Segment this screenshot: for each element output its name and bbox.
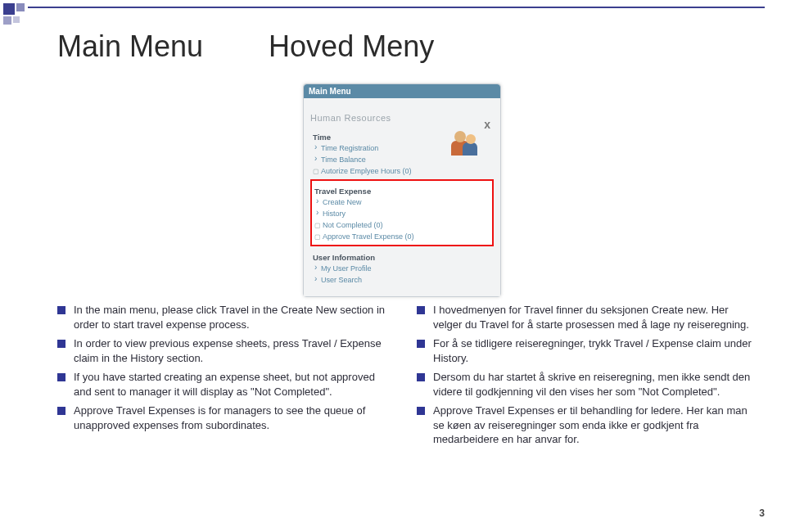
menu-item[interactable]: User Search xyxy=(313,274,491,286)
menu-group: User InformationMy User ProfileUser Sear… xyxy=(310,246,494,288)
bullet-square-icon xyxy=(57,306,66,314)
bullet-item: For å se tidligere reiseregninger, trykk… xyxy=(417,336,753,365)
bullet-square-icon xyxy=(417,407,425,415)
page-title-right: Hoved Meny xyxy=(269,29,434,64)
panel-titlebar: Main Menu xyxy=(304,84,500,98)
bullet-text: For å se tidligere reiseregninger, trykk… xyxy=(433,336,753,365)
menu-item[interactable]: Create New xyxy=(314,196,490,208)
bullet-square-icon xyxy=(417,340,425,348)
bullet-item: In order to view previous expense sheets… xyxy=(57,336,394,365)
menu-item[interactable]: My User Profile xyxy=(313,263,491,274)
bullet-item: In the main menu, please click Travel in… xyxy=(57,303,394,331)
menu-group-title: Travel Expense xyxy=(314,187,490,196)
page-number: 3 xyxy=(759,507,765,519)
bullet-text: I hovedmenyen for Travel finner du seksj… xyxy=(433,303,753,331)
bullet-item: If you have started creating an expense … xyxy=(57,370,394,399)
bullet-item: Approve Travel Expenses is for managers … xyxy=(57,404,394,432)
bullet-square-icon xyxy=(57,373,66,381)
bullet-text: In the main menu, please click Travel in… xyxy=(74,303,394,331)
main-menu-panel: Main Menu x Human Resources TimeTime Reg… xyxy=(303,83,501,297)
menu-item[interactable]: Autorize Emplyee Hours (0) xyxy=(313,165,491,177)
bullet-item: Approve Travel Expenses er til behandlin… xyxy=(417,404,753,447)
bullet-square-icon xyxy=(417,306,425,314)
menu-item[interactable]: Approve Travel Expense (0) xyxy=(314,231,490,242)
menu-item[interactable]: History xyxy=(314,208,490,219)
bullet-square-icon xyxy=(57,340,66,348)
menu-group-title: User Information xyxy=(313,253,491,262)
hr-section-header: Human Resources xyxy=(310,113,494,123)
corner-decoration xyxy=(3,3,52,36)
bullet-text: If you have started creating an expense … xyxy=(74,370,394,399)
bullet-text: Approve Travel Expenses is for managers … xyxy=(74,404,394,432)
menu-item[interactable]: Not Completed (0) xyxy=(314,219,490,231)
right-bullets: I hovedmenyen for Travel finner du seksj… xyxy=(417,303,753,452)
bullet-text: In order to view previous expense sheets… xyxy=(74,336,394,365)
menu-item[interactable]: Time Registration xyxy=(313,142,491,154)
bullet-text: Approve Travel Expenses er til behandlin… xyxy=(433,404,753,447)
bullet-item: Dersom du har startet å skrive en reiser… xyxy=(417,370,753,399)
menu-item[interactable]: Time Balance xyxy=(313,154,491,165)
close-icon[interactable]: x xyxy=(484,118,490,131)
menu-group: Travel ExpenseCreate NewHistoryNot Compl… xyxy=(310,179,494,246)
bullet-text: Dersom du har startet å skrive en reiser… xyxy=(433,370,753,399)
page-title-left: Main Menu xyxy=(57,29,203,64)
left-bullets: In the main menu, please click Travel in… xyxy=(57,303,394,452)
bullet-item: I hovedmenyen for Travel finner du seksj… xyxy=(417,303,753,331)
bullet-square-icon xyxy=(57,407,66,415)
bullet-square-icon xyxy=(417,373,425,381)
